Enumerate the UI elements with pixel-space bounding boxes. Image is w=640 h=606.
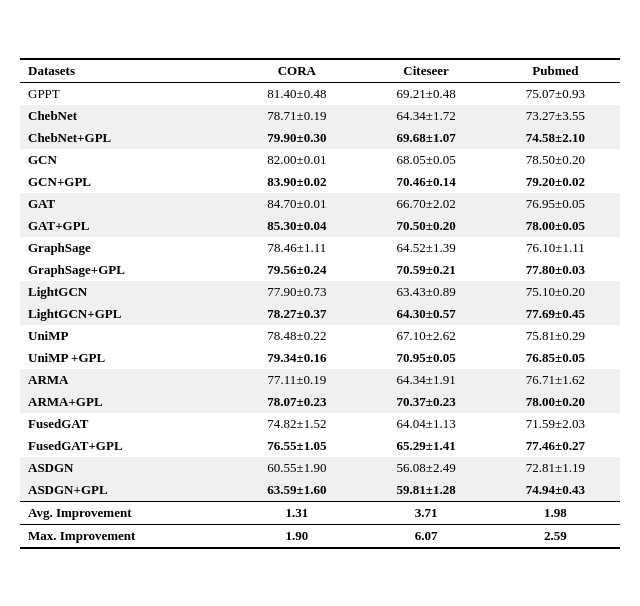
cell-cora: 78.27±0.37 xyxy=(232,303,361,325)
row-label: ASDGN xyxy=(20,457,232,479)
table-row: GPPT81.40±0.4869.21±0.4875.07±0.93 xyxy=(20,82,620,105)
row-label: LightGCN xyxy=(20,281,232,303)
row-label: GPPT xyxy=(20,82,232,105)
table-row: GCN82.00±0.0168.05±0.0578.50±0.20 xyxy=(20,149,620,171)
cell-cora: 82.00±0.01 xyxy=(232,149,361,171)
cell-citeseer: 66.70±2.02 xyxy=(361,193,490,215)
row-label: GraphSage xyxy=(20,237,232,259)
cell-citeseer: 69.68±1.07 xyxy=(361,127,490,149)
cell-cora: 79.56±0.24 xyxy=(232,259,361,281)
row-label: GraphSage+GPL xyxy=(20,259,232,281)
footer-row: Avg. Improvement1.313.711.98 xyxy=(20,501,620,524)
row-label: FusedGAT xyxy=(20,413,232,435)
footer-pubmed: 1.98 xyxy=(491,501,620,524)
cell-cora: 79.34±0.16 xyxy=(232,347,361,369)
table-row: GAT+GPL85.30±0.0470.50±0.2078.00±0.05 xyxy=(20,215,620,237)
footer-cora: 1.90 xyxy=(232,524,361,548)
cell-cora: 78.46±1.11 xyxy=(232,237,361,259)
table-row: ChebNet+GPL79.90±0.3069.68±1.0774.58±2.1… xyxy=(20,127,620,149)
cell-cora: 77.90±0.73 xyxy=(232,281,361,303)
cell-cora: 77.11±0.19 xyxy=(232,369,361,391)
row-label: ASDGN+GPL xyxy=(20,479,232,502)
cell-pubmed: 75.81±0.29 xyxy=(491,325,620,347)
cell-citeseer: 70.46±0.14 xyxy=(361,171,490,193)
row-label: ARMA xyxy=(20,369,232,391)
cell-cora: 78.48±0.22 xyxy=(232,325,361,347)
table-row: UniMP +GPL79.34±0.1670.95±0.0576.85±0.05 xyxy=(20,347,620,369)
row-label: GCN+GPL xyxy=(20,171,232,193)
col-header-cora: CORA xyxy=(232,59,361,83)
footer-pubmed: 2.59 xyxy=(491,524,620,548)
row-label: LightGCN+GPL xyxy=(20,303,232,325)
row-label: GAT+GPL xyxy=(20,215,232,237)
cell-pubmed: 76.71±1.62 xyxy=(491,369,620,391)
cell-pubmed: 75.10±0.20 xyxy=(491,281,620,303)
cell-pubmed: 77.69±0.45 xyxy=(491,303,620,325)
row-label: ChebNet+GPL xyxy=(20,127,232,149)
cell-pubmed: 72.81±1.19 xyxy=(491,457,620,479)
col-header-pubmed: Pubmed xyxy=(491,59,620,83)
footer-label: Max. Improvement xyxy=(20,524,232,548)
cell-pubmed: 76.10±1.11 xyxy=(491,237,620,259)
header-row: Datasets CORA Citeseer Pubmed xyxy=(20,59,620,83)
table-row: GCN+GPL83.90±0.0270.46±0.1479.20±0.02 xyxy=(20,171,620,193)
cell-cora: 83.90±0.02 xyxy=(232,171,361,193)
cell-cora: 78.07±0.23 xyxy=(232,391,361,413)
cell-cora: 85.30±0.04 xyxy=(232,215,361,237)
cell-citeseer: 70.37±0.23 xyxy=(361,391,490,413)
cell-pubmed: 78.00±0.20 xyxy=(491,391,620,413)
cell-pubmed: 71.59±2.03 xyxy=(491,413,620,435)
cell-pubmed: 73.27±3.55 xyxy=(491,105,620,127)
cell-cora: 76.55±1.05 xyxy=(232,435,361,457)
cell-pubmed: 78.00±0.05 xyxy=(491,215,620,237)
cell-citeseer: 65.29±1.41 xyxy=(361,435,490,457)
row-label: GAT xyxy=(20,193,232,215)
cell-citeseer: 70.95±0.05 xyxy=(361,347,490,369)
cell-pubmed: 75.07±0.93 xyxy=(491,82,620,105)
cell-citeseer: 64.34±1.72 xyxy=(361,105,490,127)
table-row: ASDGN+GPL63.59±1.6059.81±1.2874.94±0.43 xyxy=(20,479,620,502)
table-row: UniMP78.48±0.2267.10±2.6275.81±0.29 xyxy=(20,325,620,347)
results-table: Datasets CORA Citeseer Pubmed GPPT81.40±… xyxy=(20,58,620,549)
cell-citeseer: 56.08±2.49 xyxy=(361,457,490,479)
cell-cora: 60.55±1.90 xyxy=(232,457,361,479)
col-header-citeseer: Citeseer xyxy=(361,59,490,83)
cell-pubmed: 76.85±0.05 xyxy=(491,347,620,369)
cell-pubmed: 74.94±0.43 xyxy=(491,479,620,502)
cell-citeseer: 69.21±0.48 xyxy=(361,82,490,105)
col-header-datasets: Datasets xyxy=(20,59,232,83)
table-row: FusedGAT+GPL76.55±1.0565.29±1.4177.46±0.… xyxy=(20,435,620,457)
table-row: ARMA77.11±0.1964.34±1.9176.71±1.62 xyxy=(20,369,620,391)
cell-citeseer: 70.59±0.21 xyxy=(361,259,490,281)
cell-cora: 84.70±0.01 xyxy=(232,193,361,215)
cell-cora: 63.59±1.60 xyxy=(232,479,361,502)
footer-row: Max. Improvement1.906.072.59 xyxy=(20,524,620,548)
footer-citeseer: 6.07 xyxy=(361,524,490,548)
cell-citeseer: 64.30±0.57 xyxy=(361,303,490,325)
cell-citeseer: 64.52±1.39 xyxy=(361,237,490,259)
footer-label: Avg. Improvement xyxy=(20,501,232,524)
footer-cora: 1.31 xyxy=(232,501,361,524)
table-row: GraphSage78.46±1.1164.52±1.3976.10±1.11 xyxy=(20,237,620,259)
table-row: ARMA+GPL78.07±0.2370.37±0.2378.00±0.20 xyxy=(20,391,620,413)
cell-cora: 81.40±0.48 xyxy=(232,82,361,105)
cell-pubmed: 79.20±0.02 xyxy=(491,171,620,193)
cell-pubmed: 74.58±2.10 xyxy=(491,127,620,149)
cell-pubmed: 77.46±0.27 xyxy=(491,435,620,457)
table-row: FusedGAT74.82±1.5264.04±1.1371.59±2.03 xyxy=(20,413,620,435)
footer-citeseer: 3.71 xyxy=(361,501,490,524)
cell-cora: 74.82±1.52 xyxy=(232,413,361,435)
table-container: Datasets CORA Citeseer Pubmed GPPT81.40±… xyxy=(0,38,640,569)
table-row: GraphSage+GPL79.56±0.2470.59±0.2177.80±0… xyxy=(20,259,620,281)
cell-cora: 79.90±0.30 xyxy=(232,127,361,149)
cell-citeseer: 68.05±0.05 xyxy=(361,149,490,171)
cell-pubmed: 78.50±0.20 xyxy=(491,149,620,171)
row-label: GCN xyxy=(20,149,232,171)
cell-pubmed: 77.80±0.03 xyxy=(491,259,620,281)
row-label: ARMA+GPL xyxy=(20,391,232,413)
cell-citeseer: 67.10±2.62 xyxy=(361,325,490,347)
cell-citeseer: 64.34±1.91 xyxy=(361,369,490,391)
table-row: ChebNet78.71±0.1964.34±1.7273.27±3.55 xyxy=(20,105,620,127)
table-row: GAT84.70±0.0166.70±2.0276.95±0.05 xyxy=(20,193,620,215)
row-label: UniMP +GPL xyxy=(20,347,232,369)
